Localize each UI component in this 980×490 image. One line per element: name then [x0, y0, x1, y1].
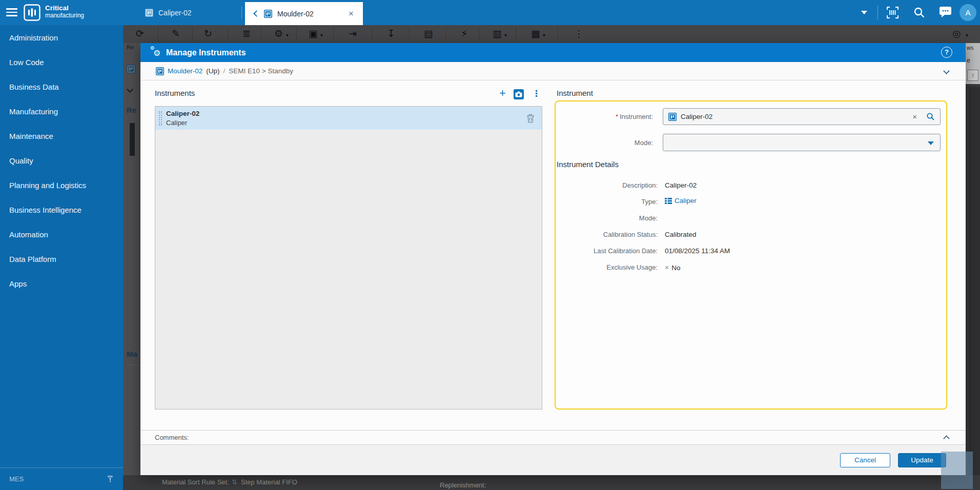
- chevron-left-icon[interactable]: [253, 10, 260, 17]
- breadcrumb-entity-link[interactable]: Moulder-02: [168, 67, 202, 75]
- dimmed-section-title: Ma: [127, 350, 137, 358]
- breadcrumb-up[interactable]: (Up): [206, 67, 219, 75]
- no-x-icon: ×: [665, 263, 669, 272]
- chevron-down-icon[interactable]: [861, 11, 867, 14]
- transfer-icon: ▣: [309, 28, 318, 39]
- instruments-panel-title: Instruments: [155, 89, 195, 97]
- description-value: Caliper-02: [665, 181, 697, 189]
- required-marker: *: [616, 113, 618, 120]
- panel-menu-kebab-icon[interactable]: ⋮: [532, 88, 541, 99]
- sidebar-item-business-data[interactable]: Business Data: [0, 74, 123, 99]
- views-icon: ◎: [952, 28, 961, 39]
- dialog-header: ⚙ ⚙ Manage Instruments: [140, 43, 966, 62]
- resource-icon: [156, 67, 164, 75]
- cancel-button[interactable]: Cancel: [840, 453, 890, 467]
- queue-icon: ≣: [242, 28, 251, 39]
- update-button[interactable]: Update: [898, 453, 946, 467]
- last-calibration-date-label: Last Calibration Date:: [524, 247, 658, 255]
- sidebar-item-apps[interactable]: Apps: [0, 271, 123, 296]
- sidebar-nav: Administration Low Code Business Data Ma…: [0, 25, 123, 490]
- dimmed-scrollbar: [969, 87, 980, 475]
- sidebar-item-business-intelligence[interactable]: Business Intelligence: [0, 197, 123, 222]
- resource-icon: [145, 9, 153, 17]
- more-options-icon: ⋮: [574, 28, 584, 39]
- manage-instruments-dialog: ⚙ ⚙ Manage Instruments ? Moulder-02 (Up)…: [140, 43, 966, 475]
- chat-icon[interactable]: [939, 6, 952, 17]
- dimmed-replenishment-label: Replenishment:: [440, 481, 486, 489]
- sidebar-item-manufacturing[interactable]: Manufacturing: [0, 99, 123, 124]
- calibration-status-label: Calibration Status:: [524, 231, 658, 238]
- state-change-icon: ↻: [204, 28, 212, 39]
- last-calibration-date-value: 01/08/2025 11:34 AM: [665, 247, 730, 255]
- drag-handle[interactable]: [159, 111, 162, 126]
- dimmed-background-bottom-strip: Material Sort Rule Set: ⇅ Step Material …: [123, 475, 980, 490]
- tab-label: Moulder-02: [277, 10, 314, 18]
- mes-label: MES: [9, 475, 24, 483]
- dimmed-upload-icon: ↑: [967, 70, 978, 81]
- checkin-icon: ⇥: [349, 28, 357, 39]
- dimmed-status-bar: [130, 123, 135, 156]
- barcode-scan-icon[interactable]: [886, 6, 899, 19]
- connectivity-icon[interactable]: [107, 476, 114, 483]
- tab-moulder-02[interactable]: Moulder-02 ×: [245, 2, 363, 25]
- instruments-list: Caliper-02 Caliper: [155, 106, 542, 410]
- dimmed-background-right-strip: ws e ↑: [966, 43, 980, 84]
- translucent-overlay-artifact: [941, 452, 973, 489]
- tab-label: Caliper-02: [158, 9, 192, 17]
- caret-down-icon: ▾: [320, 32, 323, 38]
- dimmed-section-title: Re: [127, 106, 136, 114]
- dimmed-background-toolbar: ⟳ ✎ ↻ ≣ ⚙ ▾ ▣ ▾ ⇥ ↧ ▤ ⚡ ▥ ▾ ▦ ▾ ⋮ ◎ ▾: [123, 25, 980, 43]
- sidebar-item-data-platform[interactable]: Data Platform: [0, 247, 123, 271]
- sidebar-item-maintenance[interactable]: Maintenance: [0, 124, 123, 148]
- caret-down-icon: ▾: [504, 32, 507, 38]
- dialog-title: Manage Instruments: [166, 48, 246, 57]
- sidebar-item-administration[interactable]: Administration: [0, 25, 123, 50]
- description-label: Description:: [524, 181, 658, 189]
- settings-icon: ⚙: [274, 28, 283, 39]
- lookup-search-icon[interactable]: [926, 112, 935, 121]
- brand-name: Critical manufacturing: [45, 5, 84, 19]
- instrument-panel-title: Instrument: [557, 89, 593, 97]
- search-icon[interactable]: [913, 6, 926, 19]
- instrument-field-label: *Instrument:: [520, 113, 653, 120]
- dimmed-chevron-down-icon: [127, 86, 133, 93]
- breadcrumb-state: SEMI E10 > Standby: [229, 67, 293, 75]
- help-icon[interactable]: ?: [941, 47, 952, 58]
- sidebar-item-low-code[interactable]: Low Code: [0, 50, 123, 74]
- instrument-input[interactable]: Caliper-02 ×: [663, 108, 941, 125]
- instrument-input-value: Caliper-02: [681, 113, 712, 120]
- breadcrumb-separator: /: [223, 67, 226, 75]
- dialog-footer: Cancel Update: [140, 445, 966, 475]
- caret-down-icon: [928, 141, 934, 145]
- instrument-list-item-selected[interactable]: Caliper-02 Caliper: [155, 107, 542, 130]
- lightning-icon: ⚡: [461, 28, 467, 39]
- tab-caliper-02[interactable]: Caliper-02: [136, 0, 236, 25]
- exclusive-usage-value: × No: [665, 263, 680, 272]
- dimmed-background-left-strip: Re Re Ma: [123, 43, 140, 475]
- caret-down-icon: ▾: [286, 32, 289, 38]
- type-value: Caliper: [665, 197, 697, 205]
- sidebar-item-automation[interactable]: Automation: [0, 222, 123, 247]
- refresh-icon: ⟳: [136, 28, 144, 39]
- sidebar-item-quality[interactable]: Quality: [0, 148, 123, 173]
- download-icon: ↧: [387, 28, 395, 39]
- dimmed-label-fragment: ws: [967, 45, 973, 51]
- camera-scan-button[interactable]: [514, 89, 524, 99]
- chart-icon: ▦: [531, 28, 540, 39]
- calibration-status-value: Calibrated: [665, 231, 697, 238]
- type-link[interactable]: Caliper: [675, 197, 697, 205]
- caret-down-icon: ▾: [966, 32, 968, 38]
- mode-dropdown[interactable]: [663, 134, 941, 151]
- dimmed-sort-icon: ⇅: [232, 478, 237, 486]
- comments-section[interactable]: Comments:: [140, 430, 966, 445]
- clear-input-icon[interactable]: ×: [907, 112, 922, 121]
- hamburger-menu-icon[interactable]: [6, 8, 17, 16]
- sidebar-item-planning-logistics[interactable]: Planning and Logistics: [0, 173, 123, 197]
- close-tab-icon[interactable]: ×: [349, 9, 354, 19]
- dimmed-material-sort-value: Step Material FIFO: [241, 478, 297, 486]
- add-instrument-button[interactable]: +: [499, 88, 506, 98]
- toolbar-separator: [877, 6, 878, 19]
- resource-icon: [668, 113, 677, 121]
- user-avatar[interactable]: A: [959, 4, 976, 21]
- tab-divider: [241, 6, 242, 19]
